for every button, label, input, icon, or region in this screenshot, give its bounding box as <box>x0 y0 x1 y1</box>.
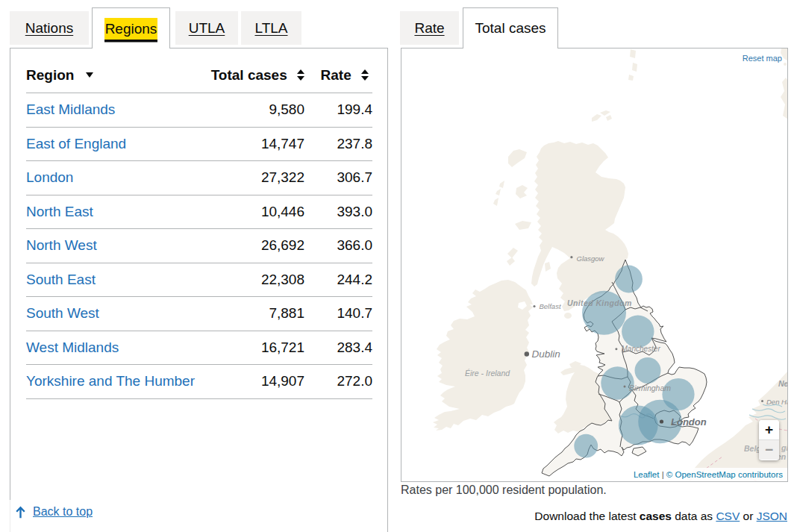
svg-text:gi: gi <box>781 443 787 452</box>
svg-text:Belfast: Belfast <box>540 302 561 310</box>
svg-text:Manchester: Manchester <box>622 345 661 353</box>
svg-text:Dublin: Dublin <box>532 348 560 360</box>
svg-text:Den Haag: Den Haag <box>766 398 787 406</box>
svg-text:London: London <box>671 416 707 428</box>
svg-text:Birmingham: Birmingham <box>629 384 671 392</box>
svg-text:United Kingdom: United Kingdom <box>567 298 632 307</box>
svg-text:Éire - Ireland: Éire - Ireland <box>465 369 510 378</box>
svg-text:Nederla: Nederla <box>778 379 787 388</box>
svg-text:Glasgow: Glasgow <box>577 254 605 263</box>
